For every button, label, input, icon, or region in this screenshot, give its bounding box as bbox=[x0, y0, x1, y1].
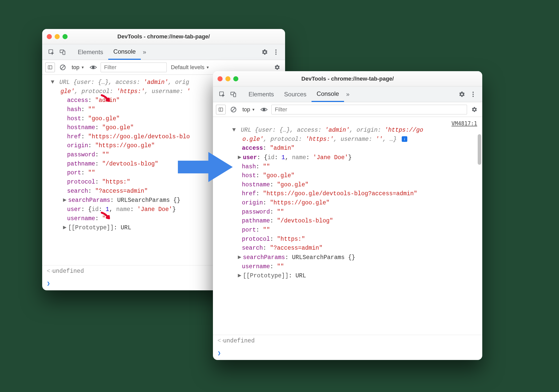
context-label: top bbox=[242, 106, 250, 113]
svg-rect-13 bbox=[234, 93, 236, 97]
minimize-dot-icon[interactable] bbox=[55, 34, 60, 39]
chevron-down-icon: ▼ bbox=[252, 108, 255, 112]
object-summary[interactable]: URL {user: {…}, access: 'admin', orig bbox=[59, 79, 189, 86]
expand-toggle-icon[interactable]: ▶ bbox=[63, 223, 67, 232]
annotation-arrow-icon bbox=[101, 94, 112, 105]
window-title: DevTools - chrome://new-tab-page/ bbox=[42, 33, 285, 40]
eye-icon[interactable] bbox=[88, 63, 98, 72]
more-tabs-icon[interactable]: » bbox=[344, 91, 351, 98]
expand-toggle-icon[interactable]: ▶ bbox=[237, 153, 242, 162]
gear-icon[interactable] bbox=[259, 47, 270, 58]
prop-prototype[interactable]: ▶[[Prototype]]: URL bbox=[218, 271, 478, 281]
scrollbar-vertical[interactable] bbox=[478, 134, 481, 165]
expand-toggle-icon[interactable]: ▼ bbox=[50, 78, 55, 87]
inspect-icon[interactable] bbox=[216, 89, 228, 100]
return-value: <·undefined bbox=[213, 335, 482, 347]
device-toolbar bbox=[46, 47, 68, 58]
prop-pathname: pathname: "/devtools-blog" bbox=[218, 217, 478, 226]
clear-console-icon[interactable] bbox=[58, 63, 68, 72]
tabbar: Elements Console » bbox=[42, 44, 285, 60]
device-mode-icon[interactable] bbox=[228, 89, 239, 100]
chevron-right-icon: ❯ bbox=[47, 281, 50, 287]
tab-elements[interactable]: Elements bbox=[73, 44, 108, 60]
zoom-dot-icon[interactable] bbox=[63, 34, 68, 39]
prop-protocol: protocol: "https:" bbox=[218, 235, 478, 244]
svg-line-9 bbox=[61, 65, 65, 69]
expand-toggle-icon[interactable]: ▶ bbox=[63, 196, 67, 205]
svg-point-21 bbox=[263, 108, 265, 110]
prop-port: port: "" bbox=[218, 226, 478, 235]
context-label: top bbox=[72, 64, 80, 71]
tab-console[interactable]: Console bbox=[312, 86, 344, 102]
chevron-down-icon: ▼ bbox=[81, 65, 85, 69]
minimize-dot-icon[interactable] bbox=[225, 76, 230, 81]
chevron-right-icon: ❯ bbox=[218, 350, 221, 357]
expand-toggle-icon[interactable]: ▶ bbox=[237, 253, 242, 262]
gear-icon[interactable] bbox=[272, 63, 282, 72]
devtools-window-after: DevTools - chrome://new-tab-page/ Elemen… bbox=[213, 71, 482, 360]
titlebar[interactable]: DevTools - chrome://new-tab-page/ bbox=[213, 71, 482, 86]
zoom-dot-icon[interactable] bbox=[233, 76, 238, 81]
gear-icon[interactable] bbox=[456, 89, 468, 100]
filter-input[interactable] bbox=[101, 63, 167, 72]
svg-line-20 bbox=[231, 108, 235, 111]
console-prompt[interactable]: ❯ bbox=[213, 347, 482, 360]
sidebar-toggle-icon[interactable] bbox=[45, 63, 55, 72]
tab-console[interactable]: Console bbox=[108, 44, 141, 60]
svg-point-3 bbox=[275, 49, 277, 51]
return-icon: <· bbox=[218, 337, 223, 346]
svg-point-16 bbox=[473, 96, 474, 97]
expand-toggle-icon[interactable]: ▶ bbox=[237, 271, 242, 280]
object-summary-line2: gle', protocol: 'https:', username: ' bbox=[60, 88, 190, 95]
prop-password: password: "" bbox=[218, 208, 478, 217]
annotation-arrow-icon bbox=[101, 211, 112, 222]
device-mode-icon[interactable] bbox=[57, 47, 68, 58]
prop-access: access: "admin" bbox=[218, 144, 478, 153]
object-summary-line2: o.gle', protocol: 'https:', username: ''… bbox=[242, 136, 400, 143]
eye-icon[interactable] bbox=[259, 105, 269, 114]
info-badge-icon[interactable]: i bbox=[402, 136, 407, 142]
close-dot-icon[interactable] bbox=[218, 76, 223, 81]
expand-toggle-icon[interactable]: ▼ bbox=[232, 126, 236, 135]
prop-search: search: "?access=admin" bbox=[218, 244, 478, 253]
more-tabs-icon[interactable]: » bbox=[141, 49, 148, 56]
clear-console-icon[interactable] bbox=[229, 105, 238, 114]
gear-icon[interactable] bbox=[470, 105, 479, 114]
prop-searchparams[interactable]: ▶searchParams: URLSearchParams {} bbox=[218, 253, 478, 262]
context-selector[interactable]: top ▼ bbox=[70, 64, 86, 71]
svg-point-15 bbox=[473, 94, 474, 95]
traffic-lights bbox=[47, 34, 68, 39]
tabbar: Elements Sources Console » bbox=[213, 86, 482, 102]
svg-rect-6 bbox=[48, 66, 52, 69]
svg-rect-17 bbox=[219, 108, 223, 111]
chevron-down-icon: ▼ bbox=[206, 65, 210, 69]
object-summary[interactable]: URL {user: {…}, access: 'admin', origin:… bbox=[241, 127, 423, 133]
filter-input[interactable] bbox=[271, 105, 467, 114]
svg-rect-2 bbox=[63, 51, 65, 54]
window-title: DevTools - chrome://new-tab-page/ bbox=[213, 76, 482, 82]
close-dot-icon[interactable] bbox=[47, 34, 52, 39]
return-icon: <· bbox=[47, 267, 52, 276]
traffic-lights bbox=[218, 76, 238, 81]
source-link[interactable]: VM4817:1 bbox=[452, 119, 477, 128]
prop-user[interactable]: ▶user: {id: 1, name: 'Jane Doe'} bbox=[218, 153, 478, 162]
inspect-icon[interactable] bbox=[46, 47, 57, 58]
sidebar-toggle-icon[interactable] bbox=[216, 105, 226, 114]
tab-elements[interactable]: Elements bbox=[243, 86, 279, 102]
log-levels-selector[interactable]: Default levels ▼ bbox=[169, 64, 270, 71]
context-selector[interactable]: top ▼ bbox=[241, 106, 257, 113]
prop-hostname: hostname: "goo.gle" bbox=[218, 180, 478, 190]
prop-username: username: "" bbox=[218, 262, 478, 272]
svg-point-10 bbox=[92, 66, 94, 68]
svg-point-14 bbox=[473, 92, 474, 93]
device-toolbar bbox=[216, 89, 239, 100]
prop-origin: origin: "https://goo.gle" bbox=[218, 199, 478, 208]
prop-hash: hash: "" bbox=[218, 162, 478, 172]
kebab-menu-icon[interactable] bbox=[270, 47, 282, 58]
tab-sources[interactable]: Sources bbox=[279, 86, 312, 102]
prop-href: href: "https://goo.gle/devtools-blog?acc… bbox=[218, 189, 478, 199]
titlebar[interactable]: DevTools - chrome://new-tab-page/ bbox=[42, 29, 285, 44]
prop-host: host: "goo.gle" bbox=[218, 171, 478, 180]
svg-point-4 bbox=[275, 51, 277, 53]
kebab-menu-icon[interactable] bbox=[468, 89, 479, 100]
